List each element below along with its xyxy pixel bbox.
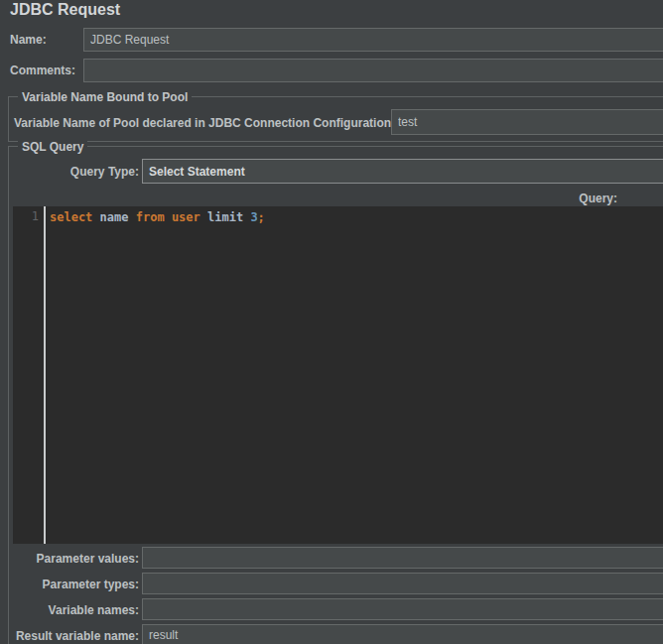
sql-token: user — [172, 210, 200, 224]
parameter-values-label: Parameter values: — [0, 552, 139, 566]
sql-token: name — [100, 210, 129, 224]
jdbc-request-panel: { "header": { "title": "JDBC Request" },… — [0, 0, 663, 644]
comments-label: Comments: — [10, 64, 75, 77]
sql-token: from — [136, 210, 165, 224]
sql-groupbox-title: SQL Query — [18, 140, 87, 154]
sql-code-line: select name from user limit 3; — [50, 209, 265, 225]
name-input[interactable] — [83, 28, 663, 52]
comments-input[interactable] — [83, 59, 663, 82]
page-title: JDBC Request — [10, 1, 120, 19]
result-variable-name-input[interactable] — [142, 624, 663, 644]
parameter-types-input[interactable] — [142, 573, 663, 594]
variable-names-label: Variable names: — [0, 603, 139, 617]
parameter-types-label: Parameter types: — [0, 578, 139, 591]
query-label: Query: — [417, 192, 617, 205]
sql-token: select — [50, 210, 92, 224]
line-number: 1 — [32, 209, 39, 223]
sql-token — [200, 210, 207, 224]
result-variable-name-label: Result variable name: — [0, 629, 139, 643]
variable-names-input[interactable] — [142, 598, 663, 620]
sql-token — [129, 210, 136, 224]
gutter-separator — [44, 206, 46, 544]
sql-token: ; — [258, 210, 265, 224]
parameter-values-input[interactable] — [142, 547, 663, 569]
sql-token: limit — [207, 210, 243, 224]
query-type-select[interactable] — [142, 159, 663, 184]
sql-token — [165, 210, 172, 224]
sql-token: 3 — [250, 210, 257, 224]
sql-token — [92, 210, 99, 224]
pool-variable-label: Variable Name of Pool declared in JDBC C… — [14, 116, 395, 130]
name-label: Name: — [10, 33, 47, 47]
pool-groupbox-title: Variable Name Bound to Pool — [18, 90, 192, 104]
pool-variable-input[interactable] — [391, 109, 663, 135]
line-number-gutter: 1 — [13, 206, 44, 544]
sql-query-editor[interactable]: 1 select name from user limit 3; — [13, 206, 663, 544]
query-type-label: Query Type: — [0, 165, 139, 179]
